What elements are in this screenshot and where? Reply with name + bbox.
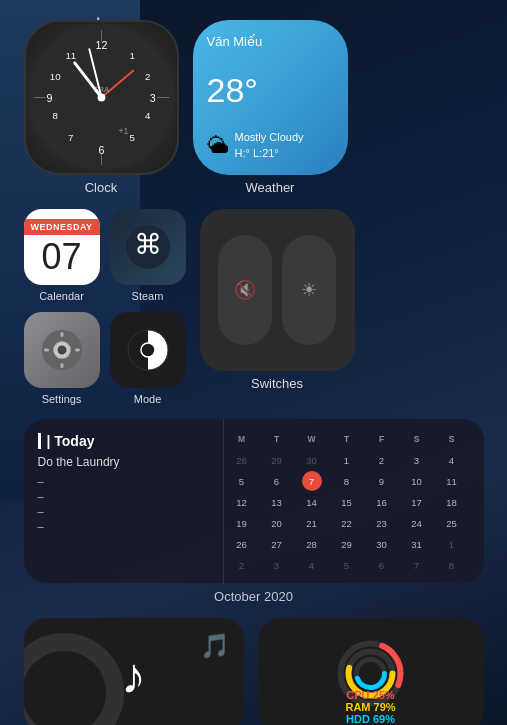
cal-3[interactable]: 3: [407, 450, 427, 470]
weather-location: Văn Miếu: [207, 34, 334, 49]
cal-29-prev: 29: [267, 450, 287, 470]
cal-26[interactable]: 26: [232, 534, 252, 554]
weather-widget[interactable]: Văn Miếu 28° 🌥 Mostly Cloudy H:° L:21° W…: [193, 20, 348, 195]
svg-rect-29: [44, 349, 49, 352]
cal-4[interactable]: 4: [442, 450, 462, 470]
cal-14[interactable]: 14: [302, 492, 322, 512]
cal-4-next: 4: [302, 555, 322, 575]
cal-25[interactable]: 25: [442, 513, 462, 533]
switches-widget[interactable]: 🔇 ☀ Switches: [200, 209, 355, 391]
svg-text:6: 6: [98, 144, 104, 156]
cal-5[interactable]: 5: [232, 471, 252, 491]
settings-icon: [24, 312, 100, 388]
cal-21[interactable]: 21: [302, 513, 322, 533]
cal-28-prev: 28: [232, 450, 252, 470]
cal-18[interactable]: 18: [442, 492, 462, 512]
cpu-stat: CPU 25%: [258, 689, 484, 701]
mode-app[interactable]: Mode: [110, 312, 186, 405]
calendar-grid: M T W T F S S 28 29 30 1 2 3 4 5: [232, 429, 476, 575]
cal-11[interactable]: 11: [442, 471, 462, 491]
mode-icon: [110, 312, 186, 388]
cal-3-next: 3: [267, 555, 287, 575]
brightness-icon: ☀: [301, 279, 317, 301]
svg-text:9: 9: [46, 92, 52, 104]
music-app-icon: 🎵: [200, 632, 230, 660]
sound-icon: 🔇: [234, 279, 256, 301]
settings-app[interactable]: Settings: [24, 312, 100, 405]
calendar-icon: WEDNESDAY 07: [24, 209, 100, 285]
cal-20[interactable]: 20: [267, 513, 287, 533]
cal-8[interactable]: 8: [337, 471, 357, 491]
cal-31[interactable]: 31: [407, 534, 427, 554]
cal-23[interactable]: 23: [372, 513, 392, 533]
clock-label: Clock: [85, 180, 118, 195]
cal-6-next: 6: [372, 555, 392, 575]
steam-label: Steam: [132, 290, 164, 302]
cloud-icon: 🌥: [207, 133, 229, 159]
svg-text:12: 12: [95, 39, 107, 51]
cal-7-today[interactable]: 7: [302, 471, 322, 491]
cal-17[interactable]: 17: [407, 492, 427, 512]
calendar-day-name: WEDNESDAY: [24, 219, 100, 235]
svg-rect-27: [60, 332, 63, 337]
svg-text:3: 3: [149, 92, 155, 104]
cal-1[interactable]: 1: [337, 450, 357, 470]
mode-label: Mode: [134, 393, 162, 405]
svg-text:7: 7: [68, 132, 73, 143]
cal-15[interactable]: 15: [337, 492, 357, 512]
cal-header-t1: T: [267, 429, 287, 449]
svg-text:11: 11: [65, 50, 76, 61]
wmp-widget[interactable]: ♪ 🎵: [24, 618, 244, 725]
cal-28[interactable]: 28: [302, 534, 322, 554]
calendar-label: Calendar: [39, 290, 84, 302]
cal-16[interactable]: 16: [372, 492, 392, 512]
calendar-day-number: 07: [41, 235, 81, 275]
settings-label: Settings: [42, 393, 82, 405]
brightness-switch[interactable]: ☀: [282, 235, 336, 345]
cal-5-next: 5: [337, 555, 357, 575]
tasks-cal-section: | Today Do the Laundry – – – – M T W T F…: [24, 419, 484, 614]
cal-24[interactable]: 24: [407, 513, 427, 533]
svg-text:10: 10: [49, 71, 60, 82]
cal-header-f: F: [372, 429, 392, 449]
cal-29[interactable]: 29: [337, 534, 357, 554]
cal-22[interactable]: 22: [337, 513, 357, 533]
cal-2[interactable]: 2: [372, 450, 392, 470]
svg-text:FRA: FRA: [93, 85, 109, 94]
wmp-bg-circle: [24, 633, 124, 725]
tasks-panel: | Today Do the Laundry – – – –: [24, 419, 224, 583]
steam-app[interactable]: ⌘ Steam: [110, 209, 186, 302]
cal-10[interactable]: 10: [407, 471, 427, 491]
cal-19[interactable]: 19: [232, 513, 252, 533]
weather-high-low: H:° L:21°: [235, 146, 304, 161]
cal-30[interactable]: 30: [372, 534, 392, 554]
cal-header-m: M: [232, 429, 252, 449]
cal-6[interactable]: 6: [267, 471, 287, 491]
ram-stat: RAM 79%: [258, 701, 484, 713]
calendar-app[interactable]: WEDNESDAY 07 Calendar: [24, 209, 100, 302]
tasks-today-label: | Today: [38, 433, 209, 449]
svg-rect-28: [60, 363, 63, 368]
cal-9[interactable]: 9: [372, 471, 392, 491]
weather-description: Mostly Cloudy: [235, 130, 304, 145]
svg-text:+1: +1: [118, 126, 128, 136]
task-item-4: –: [38, 520, 209, 532]
svg-text:4: 4: [145, 110, 151, 121]
tasks-cal-widget: | Today Do the Laundry – – – – M T W T F…: [24, 419, 484, 583]
svg-text:2: 2: [145, 71, 150, 82]
cal-8-next: 8: [442, 555, 462, 575]
clock-face: 12 3 6 9 1 2 4 5 11 10 8 7 +1: [24, 20, 179, 175]
cal-12[interactable]: 12: [232, 492, 252, 512]
bottom-row: ♪ 🎵 CPU 25% RAM 79% HDD 69%: [24, 618, 484, 725]
svg-text:1: 1: [129, 50, 134, 61]
cal-27[interactable]: 27: [267, 534, 287, 554]
cal-header-s2: S: [442, 429, 462, 449]
second-row: WEDNESDAY 07 Calendar ⌘: [24, 209, 484, 405]
cal-1-next: 1: [442, 534, 462, 554]
cal-header-w: W: [302, 429, 322, 449]
svg-text:5: 5: [129, 132, 134, 143]
system-widget[interactable]: CPU 25% RAM 79% HDD 69%: [258, 618, 484, 725]
cal-13[interactable]: 13: [267, 492, 287, 512]
clock-widget[interactable]: 12 3 6 9 1 2 4 5 11 10 8 7 +1: [24, 20, 179, 195]
sound-switch[interactable]: 🔇: [218, 235, 272, 345]
